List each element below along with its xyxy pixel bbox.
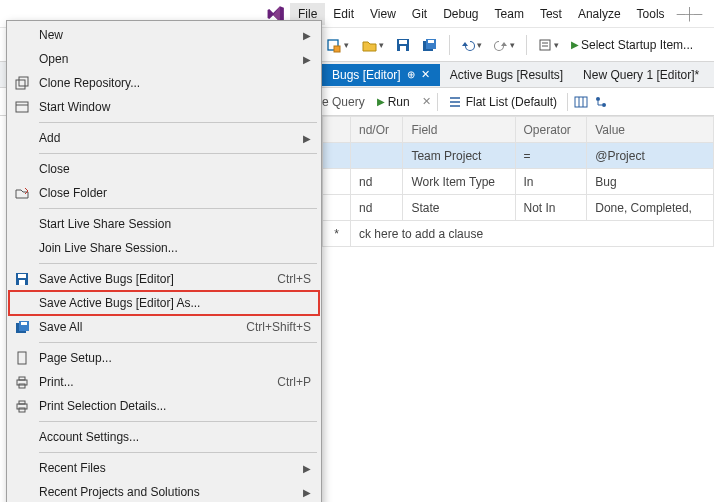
cell[interactable]: Not In xyxy=(515,195,587,221)
table-row[interactable]: ndWork Item TypeInBug xyxy=(323,169,714,195)
cell[interactable] xyxy=(351,143,403,169)
tab[interactable]: Active Bugs [Results] xyxy=(440,64,573,86)
menu-analyze[interactable]: Analyze xyxy=(570,3,629,25)
menu-item-label: Start Window xyxy=(39,100,311,114)
menu-view[interactable]: View xyxy=(362,3,404,25)
menu-item-label: Print... xyxy=(39,375,277,389)
tab-label: New Query 1 [Editor]* xyxy=(583,68,699,82)
save-icon[interactable] xyxy=(392,35,414,55)
open-icon[interactable]: ▾ xyxy=(357,34,388,56)
svg-rect-12 xyxy=(16,80,25,89)
svg-point-10 xyxy=(596,97,600,101)
menu-item-new[interactable]: New▶ xyxy=(9,23,319,47)
close-tab-icon[interactable]: ✕ xyxy=(421,68,430,81)
menu-team[interactable]: Team xyxy=(487,3,532,25)
menu-item-label: New xyxy=(39,28,303,42)
menu-item-add[interactable]: Add▶ xyxy=(9,126,319,150)
start-button[interactable]: ▶ Select Startup Item... xyxy=(567,35,697,55)
menu-item-save[interactable]: Save Active Bugs [Editor]Ctrl+S xyxy=(9,267,319,291)
svg-point-11 xyxy=(602,103,606,107)
cell[interactable]: = xyxy=(515,143,587,169)
save-all-icon[interactable] xyxy=(418,35,442,55)
cell[interactable]: @Project xyxy=(587,143,714,169)
menu-tools[interactable]: Tools xyxy=(629,3,673,25)
tree-icon[interactable] xyxy=(594,95,608,109)
query-label: e Query xyxy=(322,95,365,109)
menu-item-label: Recent Files xyxy=(39,461,303,475)
cell[interactable]: nd xyxy=(351,195,403,221)
menu-item-label: Recent Projects and Solutions xyxy=(39,485,303,499)
cell[interactable]: Done, Completed, xyxy=(587,195,714,221)
menu-edit[interactable]: Edit xyxy=(325,3,362,25)
add-clause-hint[interactable]: ck here to add a clause xyxy=(351,221,714,247)
cell[interactable]: Work Item Type xyxy=(403,169,515,195)
menu-item-saveall[interactable]: Save AllCtrl+Shift+S xyxy=(9,315,319,339)
menu-item-close[interactable]: Close xyxy=(9,157,319,181)
redo-icon[interactable]: ▾ xyxy=(490,35,519,55)
menu-item-label: Save Active Bugs [Editor] As... xyxy=(39,296,311,310)
menu-item-pagesetup[interactable]: Page Setup... xyxy=(9,346,319,370)
menu-item-startwin[interactable]: Start Window xyxy=(9,95,319,119)
svg-rect-26 xyxy=(19,401,25,404)
columns-icon[interactable] xyxy=(574,95,588,109)
overflow-icon[interactable]: ─┼─ xyxy=(677,7,703,21)
cell[interactable]: In xyxy=(515,169,587,195)
menu-item-startls[interactable]: Start Live Share Session xyxy=(9,212,319,236)
cell[interactable]: State xyxy=(403,195,515,221)
tab[interactable]: Bugs [Editor]⊕✕ xyxy=(322,64,440,86)
folder-icon xyxy=(13,184,31,202)
cell[interactable]: Team Project xyxy=(403,143,515,169)
column-header[interactable]: nd/Or xyxy=(351,117,403,143)
shortcut: Ctrl+Shift+S xyxy=(246,320,311,334)
tab-label: Bugs [Editor] xyxy=(332,68,401,82)
menu-item-closefolder[interactable]: Close Folder xyxy=(9,181,319,205)
table-row[interactable]: ndStateNot InDone, Completed, xyxy=(323,195,714,221)
menu-item-joinls[interactable]: Join Live Share Session... xyxy=(9,236,319,260)
svg-rect-3 xyxy=(399,40,407,44)
cell[interactable]: nd xyxy=(351,169,403,195)
column-header[interactable]: Operator xyxy=(515,117,587,143)
menu-item-label: Join Live Share Session... xyxy=(39,241,311,255)
undo-icon[interactable]: ▾ xyxy=(457,35,486,55)
pin-icon[interactable]: ⊕ xyxy=(407,69,415,80)
menu-item-print[interactable]: Print...Ctrl+P xyxy=(9,370,319,394)
run-button[interactable]: ▶ Run xyxy=(371,93,416,111)
list-icon xyxy=(448,95,462,109)
config-icon[interactable]: ▾ xyxy=(534,35,563,55)
svg-rect-8 xyxy=(540,40,550,50)
new-project-icon[interactable]: ▾ xyxy=(322,34,353,56)
menu-item-account[interactable]: Account Settings... xyxy=(9,425,319,449)
menu-item-label: Close xyxy=(39,162,311,176)
menu-item-label: Print Selection Details... xyxy=(39,399,311,413)
menu-item-clone[interactable]: Clone Repository... xyxy=(9,71,319,95)
menu-item-open[interactable]: Open▶ xyxy=(9,47,319,71)
submenu-arrow-icon: ▶ xyxy=(303,487,311,498)
menu-item-recentf[interactable]: Recent Files▶ xyxy=(9,456,319,480)
svg-rect-13 xyxy=(19,77,28,86)
menu-debug[interactable]: Debug xyxy=(435,3,486,25)
svg-rect-16 xyxy=(18,274,26,278)
svg-rect-14 xyxy=(16,102,28,112)
menu-test[interactable]: Test xyxy=(532,3,570,25)
menu-item-saveas[interactable]: Save Active Bugs [Editor] As... xyxy=(9,291,319,315)
submenu-arrow-icon: ▶ xyxy=(303,30,311,41)
svg-rect-20 xyxy=(21,322,27,325)
menu-item-printsel[interactable]: Print Selection Details... xyxy=(9,394,319,418)
svg-rect-7 xyxy=(428,40,434,43)
query-grid: nd/OrFieldOperatorValue Team Project=@Pr… xyxy=(322,116,714,247)
table-row[interactable]: Team Project=@Project xyxy=(323,143,714,169)
menu-item-label: Clone Repository... xyxy=(39,76,311,90)
column-header[interactable]: Field xyxy=(403,117,515,143)
clone-icon xyxy=(13,74,31,92)
submenu-arrow-icon: ▶ xyxy=(303,54,311,65)
print-icon xyxy=(13,397,31,415)
tab[interactable]: New Query 1 [Editor]* xyxy=(573,64,709,86)
flat-list-dropdown[interactable]: Flat List (Default) xyxy=(444,93,561,111)
startup-label: Select Startup Item... xyxy=(581,38,693,52)
column-header[interactable]: Value xyxy=(587,117,714,143)
svg-rect-1 xyxy=(334,46,340,52)
menu-git[interactable]: Git xyxy=(404,3,435,25)
cell[interactable]: Bug xyxy=(587,169,714,195)
close-icon[interactable]: ✕ xyxy=(422,95,431,108)
menu-item-recentp[interactable]: Recent Projects and Solutions▶ xyxy=(9,480,319,502)
